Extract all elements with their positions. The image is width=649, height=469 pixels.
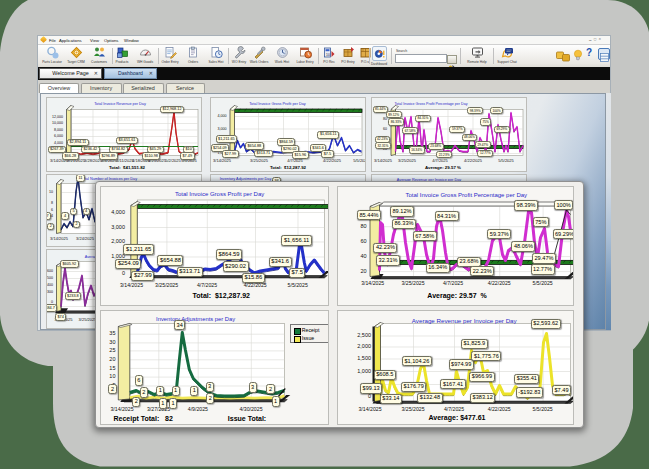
- svg-text:10: 10: [326, 53, 330, 57]
